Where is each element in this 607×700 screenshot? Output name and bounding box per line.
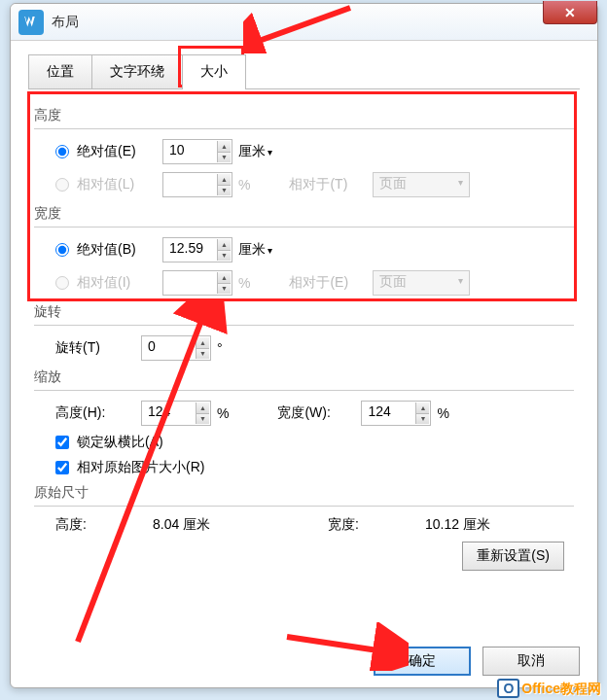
scale-width-value: 124	[368, 403, 390, 419]
width-relative-to-combo: 页面	[373, 270, 470, 296]
watermark-logo-icon: O	[497, 679, 519, 698]
tab-bar: 位置 文字环绕 大小	[28, 54, 580, 89]
scale-width-label: 宽度(W):	[277, 404, 361, 422]
app-icon	[18, 10, 44, 35]
lock-aspect-row: 锁定纵横比(A)	[55, 434, 574, 451]
height-relative-radio	[55, 178, 69, 192]
wps-icon	[22, 14, 40, 31]
original-width-value: 10.12 厘米	[425, 516, 490, 534]
group-scale-label: 缩放	[34, 368, 574, 386]
divider	[34, 128, 574, 129]
width-absolute-input[interactable]: 12.59 ▲▼	[162, 237, 232, 262]
original-height-value: 8.04 厘米	[153, 516, 328, 534]
height-absolute-value: 10	[169, 142, 185, 158]
group-width-label: 宽度	[34, 205, 574, 223]
height-absolute-row: 绝对值(E) 10 ▲▼ 厘米	[55, 139, 574, 164]
height-absolute-label: 绝对值(E)	[77, 143, 162, 160]
height-relative-unit: %	[238, 177, 250, 192]
tab-position[interactable]: 位置	[28, 54, 92, 88]
close-icon: ✕	[564, 5, 576, 20]
height-absolute-unit[interactable]: 厘米	[238, 143, 272, 160]
spin-up-icon[interactable]: ▲	[196, 337, 209, 349]
original-height-label: 高度:	[55, 516, 153, 534]
dialog-body: 位置 文字环绕 大小 高度 绝对值(E) 10 ▲▼ 厘米 相对值(L)	[11, 41, 597, 584]
relative-original-row: 相对原始图片大小(R)	[55, 459, 574, 476]
width-absolute-value: 12.59	[169, 240, 203, 256]
width-absolute-row: 绝对值(B) 12.59 ▲▼ 厘米	[55, 237, 574, 262]
width-relative-radio	[55, 276, 69, 290]
scale-height-unit: %	[217, 405, 229, 421]
height-relative-row: 相对值(L) ▲▼ % 相对于(T) 页面	[55, 172, 574, 197]
group-original-label: 原始尺寸	[34, 484, 574, 502]
height-relative-input: ▲▼	[162, 172, 232, 197]
scale-width-unit: %	[437, 405, 448, 421]
divider	[34, 506, 574, 507]
scale-row: 高度(H): 124 ▲▼ % 宽度(W): 124 ▲▼ %	[55, 401, 574, 426]
height-relative-label: 相对值(L)	[77, 176, 162, 193]
width-relative-to-label: 相对于(E)	[289, 274, 373, 292]
rotation-input[interactable]: 0 ▲▼	[141, 335, 211, 361]
lock-aspect-label: 锁定纵横比(A)	[77, 434, 163, 451]
cancel-button[interactable]: 取消	[482, 647, 580, 676]
spin-up-icon[interactable]: ▲	[217, 239, 231, 251]
dialog-footer: 确定 取消	[374, 647, 580, 676]
width-absolute-unit[interactable]: 厘米	[238, 241, 272, 259]
spin-down-icon[interactable]: ▼	[217, 251, 231, 262]
tab-wrap[interactable]: 文字环绕	[91, 54, 183, 88]
height-relative-to-label: 相对于(T)	[289, 176, 373, 193]
width-relative-unit: %	[238, 275, 250, 291]
height-absolute-input[interactable]: 10 ▲▼	[162, 139, 232, 164]
reset-button[interactable]: 重新设置(S)	[462, 542, 564, 571]
divider	[34, 390, 574, 391]
height-relative-to-combo: 页面	[373, 172, 470, 197]
spin-down-icon: ▼	[217, 186, 231, 196]
width-relative-input: ▲▼	[162, 270, 232, 296]
close-button[interactable]: ✕	[543, 1, 597, 24]
scale-height-label: 高度(H):	[55, 404, 141, 422]
spin-up-icon[interactable]: ▲	[217, 141, 231, 153]
spin-down-icon[interactable]: ▼	[217, 153, 231, 163]
relative-original-checkbox[interactable]	[55, 461, 69, 474]
scale-height-value: 124	[148, 403, 170, 419]
watermark: OOffice教程网	[497, 681, 601, 698]
original-width-label: 宽度:	[328, 516, 425, 534]
tab-content: 高度 绝对值(E) 10 ▲▼ 厘米 相对值(L) ▲▼ % 相对于(T)	[28, 89, 580, 571]
group-rotation-label: 旋转	[34, 303, 574, 321]
width-absolute-label: 绝对值(B)	[77, 241, 162, 259]
height-absolute-radio[interactable]	[55, 145, 69, 158]
spin-down-icon: ▼	[217, 284, 231, 295]
scale-height-input[interactable]: 124 ▲▼	[141, 401, 211, 426]
group-height-label: 高度	[34, 107, 574, 124]
spin-down-icon[interactable]: ▼	[196, 414, 209, 425]
divider	[34, 227, 574, 228]
lock-aspect-checkbox[interactable]	[55, 436, 69, 449]
reset-row: 重新设置(S)	[34, 542, 574, 571]
spin-down-icon[interactable]: ▼	[196, 349, 209, 360]
layout-dialog: 布局 ✕ 位置 文字环绕 大小 高度 绝对值(E) 10 ▲▼ 厘米	[10, 3, 598, 688]
rotation-unit: °	[217, 340, 223, 356]
width-relative-label: 相对值(I)	[77, 274, 162, 292]
width-absolute-radio[interactable]	[55, 243, 69, 257]
rotation-row: 旋转(T) 0 ▲▼ °	[55, 335, 574, 361]
divider	[34, 325, 574, 326]
spin-up-icon[interactable]: ▲	[415, 402, 429, 414]
width-relative-row: 相对值(I) ▲▼ % 相对于(E) 页面	[55, 270, 574, 296]
original-row: 高度: 8.04 厘米 宽度: 10.12 厘米	[55, 516, 574, 534]
scale-width-input[interactable]: 124 ▲▼	[361, 401, 431, 426]
spin-up-icon: ▲	[217, 272, 231, 284]
spin-up-icon: ▲	[217, 174, 231, 186]
window-title: 布局	[52, 14, 79, 31]
spin-down-icon[interactable]: ▼	[415, 414, 429, 425]
rotation-value: 0	[148, 338, 156, 354]
spin-up-icon[interactable]: ▲	[196, 402, 209, 414]
ok-button[interactable]: 确定	[374, 647, 471, 676]
titlebar: 布局 ✕	[11, 4, 597, 41]
tab-size[interactable]: 大小	[182, 54, 246, 88]
rotation-label: 旋转(T)	[55, 339, 141, 357]
relative-original-label: 相对原始图片大小(R)	[77, 459, 204, 476]
